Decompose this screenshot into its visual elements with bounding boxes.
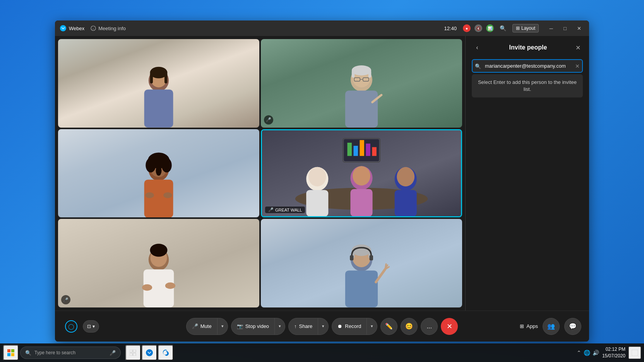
webex-logo-icon [60, 25, 67, 32]
captions-button[interactable]: ⊡ ▾ [83, 320, 99, 333]
recording-status-dot: ● [463, 24, 471, 32]
svg-rect-54 [345, 271, 378, 307]
svg-point-28 [163, 192, 172, 198]
apps-label: Apps [526, 323, 538, 329]
more-button[interactable]: ... [421, 318, 438, 335]
share-icon: ↑ [294, 323, 297, 329]
close-button[interactable]: ✕ [574, 23, 584, 34]
svg-point-45 [397, 167, 414, 186]
notification-button[interactable] [629, 347, 641, 359]
maximize-button[interactable]: □ [560, 23, 570, 34]
main-window: Webex i Meeting info 12:40 ● 🔇 📊 🔍 ⊞ Lay… [55, 20, 589, 342]
svg-point-13 [352, 65, 372, 75]
speaker-label-4: 🎤 GREAT WALL [265, 207, 305, 213]
svg-point-24 [146, 158, 156, 172]
record-dropdown-button[interactable]: ▾ [367, 318, 377, 335]
taskbar-search-bar[interactable]: 🔍 Type here to search 🎤 [20, 347, 121, 359]
svg-rect-44 [395, 190, 417, 217]
invite-panel-header: ‹ Invite people ✕ [472, 42, 583, 53]
svg-rect-9 [164, 72, 167, 83]
windows-taskbar: 🔍 Type here to search 🎤 ⌃ [0, 343, 644, 362]
invite-panel-title: Invite people [509, 44, 547, 51]
svg-rect-68 [11, 353, 14, 356]
volume-icon: 🔊 [593, 350, 599, 356]
stop-video-dropdown-button[interactable]: ▾ [275, 318, 285, 335]
task-view-button[interactable] [125, 345, 141, 360]
invite-panel-close-button[interactable]: ✕ [574, 43, 583, 52]
mute-label: Mute [200, 323, 212, 329]
apps-button[interactable]: ⊞ Apps [520, 323, 538, 329]
invite-search-container: 🔍 ✕ [472, 59, 583, 73]
record-icon: ⏺ [337, 323, 343, 329]
person-silhouette-1 [58, 48, 259, 128]
svg-point-42 [353, 166, 370, 185]
svg-rect-67 [7, 353, 10, 356]
video-cell-4: 🎤 GREAT WALL [261, 129, 462, 218]
start-button[interactable] [3, 345, 19, 360]
annotate-button[interactable]: ✏️ [380, 318, 397, 335]
svg-point-27 [145, 192, 154, 198]
svg-rect-11 [345, 90, 378, 127]
emoji-button[interactable]: 😊 [401, 318, 418, 335]
participants-icon: 👥 [547, 323, 555, 330]
end-call-button[interactable]: ✕ [441, 318, 458, 335]
invite-search-input[interactable] [472, 59, 583, 73]
participants-button[interactable]: 👥 [543, 318, 560, 335]
toolbar-right: ⊞ Apps 👥 💬 [520, 318, 581, 335]
svg-rect-72 [133, 353, 136, 356]
mute-dropdown-button[interactable]: ▾ [218, 318, 228, 335]
invite-search-clear-button[interactable]: ✕ [575, 63, 580, 69]
svg-point-51 [142, 284, 152, 291]
svg-point-39 [308, 167, 326, 186]
stop-video-label: Stop video [245, 323, 269, 329]
minimize-button[interactable]: ─ [546, 23, 557, 34]
meeting-info-icon: i [91, 26, 96, 31]
taskbar-time-value: 02:12 PM [602, 346, 625, 353]
mute-icon: 🎤 [192, 323, 198, 329]
svg-point-73 [146, 349, 153, 356]
layout-button[interactable]: ⊞ Layout [512, 24, 539, 32]
record-label: Record [345, 323, 361, 329]
svg-rect-70 [133, 350, 136, 352]
mute-status-dot: 🔇 [474, 24, 482, 32]
mute-button-split: 🎤 Mute ▾ [186, 318, 228, 335]
cortana-button[interactable]: ◯ [63, 318, 80, 335]
layout-label: Layout [521, 26, 535, 31]
chevron-up-icon[interactable]: ⌃ [577, 350, 581, 356]
edge-taskbar-icon [162, 349, 170, 357]
svg-rect-71 [130, 353, 132, 356]
video-grid: 🎤 [55, 36, 465, 311]
svg-point-25 [161, 158, 171, 172]
chat-button[interactable]: 💬 [564, 318, 581, 335]
stop-video-main-button[interactable]: 📷 Stop video [231, 318, 275, 335]
mute-main-button[interactable]: 🎤 Mute [187, 318, 218, 335]
captions-arrow: ▾ [92, 324, 95, 329]
share-label: Share [299, 323, 313, 329]
network-icon: 🌐 [584, 350, 590, 356]
taskbar-mic-icon: 🎤 [110, 350, 116, 356]
edge-taskbar-button[interactable] [158, 345, 173, 360]
task-view-icon [130, 350, 137, 356]
record-main-button[interactable]: ⏺ Record [332, 318, 367, 335]
window-controls: ─ □ ✕ [546, 23, 584, 34]
share-main-button[interactable]: ↑ Share [289, 318, 318, 335]
invite-panel-back-button[interactable]: ‹ [472, 42, 483, 53]
video-cell-2: 🎤 [261, 39, 462, 128]
share-dropdown-button[interactable]: ▾ [318, 318, 328, 335]
svg-rect-65 [7, 349, 10, 352]
video-cell-3 [58, 129, 259, 218]
cortana-icon: ◯ [65, 320, 77, 333]
meeting-info-tab[interactable]: i Meeting info [91, 26, 126, 31]
webex-logo[interactable]: Webex [60, 25, 84, 32]
taskbar-right: ⌃ 🌐 🔊 02:12 PM 15/07/2020 [577, 346, 641, 359]
person-silhouette-2 [261, 48, 462, 128]
title-bar: Webex i Meeting info 12:40 ● 🔇 📊 🔍 ⊞ Lay… [55, 20, 589, 36]
main-content: 🎤 [55, 36, 589, 311]
svg-rect-33 [353, 146, 358, 156]
layout-icon: ⊞ [516, 26, 520, 31]
search-button[interactable]: 🔍 [498, 23, 509, 34]
webex-taskbar-icon [146, 349, 153, 357]
webex-taskbar-button[interactable] [142, 345, 157, 360]
svg-rect-74 [632, 350, 638, 356]
emoji-icon: 😊 [405, 323, 413, 330]
